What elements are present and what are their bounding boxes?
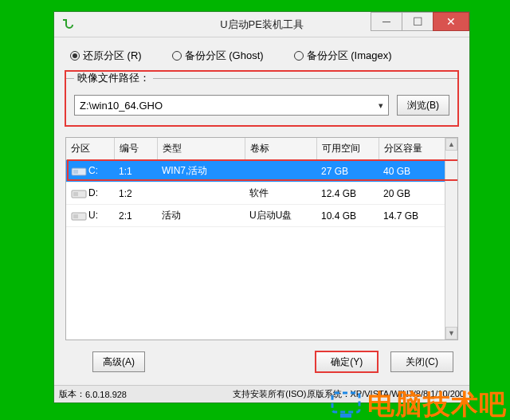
window-controls: ─ ☐ ✕	[371, 12, 469, 33]
partition-table: 分区 编号 类型 卷标 可用空间 分区容量 C: 1:1 WIN7,活动	[66, 138, 457, 227]
cell-label: U启动U盘	[245, 205, 316, 227]
advanced-button[interactable]: 高级(A)	[92, 351, 145, 372]
radio-backup-imagex-label: 备份分区 (Imagex)	[307, 49, 392, 63]
radio-restore[interactable]: 还原分区 (R)	[70, 49, 142, 63]
cell-index: 1:2	[114, 183, 157, 205]
radio-dot-icon	[294, 51, 304, 61]
cell-index: 2:1	[114, 205, 157, 227]
cell-free: 12.4 GB	[316, 183, 379, 205]
svg-rect-3	[73, 192, 78, 196]
scroll-down-icon[interactable]: ▼	[445, 327, 457, 340]
image-path-legend: 映像文件路径：	[74, 71, 153, 85]
cell-type: 活动	[157, 205, 245, 227]
minimize-button[interactable]: ─	[371, 12, 402, 31]
svg-rect-5	[73, 214, 78, 218]
radio-dot-icon	[172, 51, 182, 61]
partition-table-wrap: 分区 编号 类型 卷标 可用空间 分区容量 C: 1:1 WIN7,活动	[65, 137, 458, 340]
svg-rect-6	[332, 393, 359, 412]
cell-label	[245, 160, 316, 183]
app-window: U启动PE装机工具 ─ ☐ ✕ 还原分区 (R) 备份分区 (Ghost)	[53, 11, 470, 403]
version-label: 版本：	[59, 388, 85, 400]
cell-free: 27 GB	[316, 160, 379, 183]
cell-part: C:	[88, 165, 98, 176]
cell-type	[157, 183, 245, 205]
col-free[interactable]: 可用空间	[316, 138, 379, 160]
col-index[interactable]: 编号	[114, 138, 157, 160]
radio-backup-imagex[interactable]: 备份分区 (Imagex)	[294, 49, 392, 63]
cell-free: 10.4 GB	[316, 205, 379, 227]
mode-radio-group: 还原分区 (R) 备份分区 (Ghost) 备份分区 (Imagex)	[65, 45, 458, 71]
image-path-value: Z:\win10_64.GHO	[80, 100, 163, 112]
table-row[interactable]: C: 1:1 WIN7,活动 27 GB 40 GB	[66, 160, 457, 183]
ok-button[interactable]: 确定(Y)	[316, 351, 378, 372]
footer-buttons: 高级(A) 确定(Y) 关闭(C)	[65, 340, 458, 380]
svg-rect-7	[340, 414, 351, 418]
cell-part: D:	[88, 187, 98, 198]
radio-restore-label: 还原分区 (R)	[83, 49, 142, 63]
col-partition[interactable]: 分区	[66, 138, 114, 160]
vertical-scrollbar[interactable]: ▲ ▼	[445, 138, 457, 340]
cell-index: 1:1	[114, 160, 157, 183]
app-icon	[61, 18, 73, 31]
titlebar: U启动PE装机工具 ─ ☐ ✕	[54, 12, 469, 37]
scroll-up-icon[interactable]: ▲	[445, 138, 457, 151]
image-path-combo[interactable]: Z:\win10_64.GHO ▾	[74, 95, 389, 116]
svg-rect-1	[73, 170, 78, 174]
chevron-down-icon: ▾	[379, 100, 383, 111]
table-row[interactable]: U: 2:1 活动 U启动U盘 10.4 GB 14.7 GB	[66, 205, 457, 227]
radio-backup-ghost-label: 备份分区 (Ghost)	[185, 49, 264, 63]
image-path-group: 映像文件路径： Z:\win10_64.GHO ▾ 浏览(B)	[65, 71, 458, 126]
close-window-button[interactable]: ✕	[433, 12, 469, 31]
table-row[interactable]: D: 1:2 软件 12.4 GB 20 GB	[66, 183, 457, 205]
cell-label: 软件	[245, 183, 316, 205]
drive-icon	[71, 188, 87, 199]
cell-part: U:	[88, 210, 98, 221]
drive-icon	[71, 210, 87, 222]
col-type[interactable]: 类型	[157, 138, 245, 160]
maximize-button[interactable]: ☐	[402, 12, 434, 31]
drive-icon	[71, 166, 87, 177]
close-button[interactable]: 关闭(C)	[390, 351, 453, 372]
radio-backup-ghost[interactable]: 备份分区 (Ghost)	[172, 49, 264, 63]
watermark-text: 电脑技术吧	[367, 387, 507, 420]
col-label[interactable]: 卷标	[245, 138, 316, 160]
browse-button[interactable]: 浏览(B)	[397, 95, 449, 116]
radio-dot-icon	[70, 51, 80, 61]
cell-type: WIN7,活动	[157, 160, 245, 183]
site-watermark: 电脑技术吧	[331, 387, 507, 420]
version-value: 6.0.18.928	[85, 390, 127, 399]
watermark-logo-icon	[331, 390, 366, 420]
content-area: 还原分区 (R) 备份分区 (Ghost) 备份分区 (Imagex) 映像文件…	[54, 37, 469, 385]
